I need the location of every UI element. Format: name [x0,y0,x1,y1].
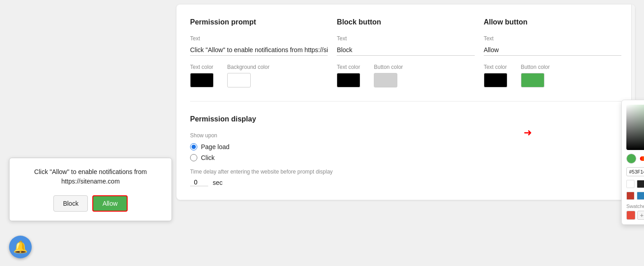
pp-bg-color-group: Background color [227,64,269,87]
radio-click-label: Click [201,154,215,161]
radio-click-input[interactable] [190,154,197,161]
picker-hex-row: HEX RGB [626,167,644,176]
pp-text-color-label: Text color [190,64,214,70]
allow-button[interactable]: Allow [92,195,127,212]
picker-swatches-grid-2 [626,192,644,200]
show-upon-label: Show upon [190,132,621,139]
color-picker-popup: HEX RGB [621,100,644,225]
permission-prompt-section: Permission prompt Text Text color Backgr… [190,18,328,87]
picker-preview-circle [626,154,636,164]
allow-button-title: Allow button [484,18,621,26]
popup-text: Click "Allow" to enable notifications fr… [19,167,162,186]
ab-text-color-group: Text color [484,64,507,87]
permission-display-title: Permission display [190,115,621,123]
picker-hue-slider[interactable] [640,156,644,161]
bell-icon: 🔔 [9,236,32,258]
ab-text-color-label: Text color [484,64,507,70]
three-column-section: Permission prompt Text Text color Backgr… [190,18,621,102]
block-button-section: Block button Text Text color Button colo… [337,18,474,87]
ab-text-color-swatch[interactable] [484,73,507,87]
radio-page-load[interactable]: Page load [190,143,621,150]
picker-swatches-grid-1 [626,180,644,188]
radio-page-load-input[interactable] [190,143,197,150]
pp-text-label: Text [190,35,328,42]
ab-button-color-label: Button color [521,64,550,70]
ab-text-label: Text [484,35,621,42]
bb-text-input[interactable] [337,44,474,56]
picker-hex-input[interactable] [626,167,644,176]
ab-text-input[interactable] [484,44,621,56]
time-delay-input[interactable] [190,179,208,186]
radio-page-load-label: Page load [201,143,229,150]
swatch-blue1[interactable] [637,192,644,200]
time-delay-row: sec [190,179,621,186]
notification-popup: Click "Allow" to enable notifications fr… [9,158,172,221]
add-swatch-button[interactable]: + [637,211,644,220]
bb-text-color-group: Text color [337,64,360,87]
bb-button-color-label: Button color [374,64,403,70]
bb-text-color-swatch[interactable] [337,73,360,87]
picker-hue-row [626,154,644,164]
swatch-black[interactable] [637,180,644,188]
picker-swatches-label: Swatches [626,203,644,209]
picker-custom-swatches: + [626,211,644,220]
permission-prompt-title: Permission prompt [190,18,328,26]
permission-display-section: Permission display Show upon Page load C… [190,115,621,186]
block-button-title: Block button [337,18,474,26]
arrow-pointer-icon: ➜ [524,127,532,139]
time-delay-label: Time delay after entering the website be… [190,169,621,175]
pp-text-color-group: Text color [190,64,214,87]
swatch-red1[interactable] [626,192,634,200]
picker-gradient-area[interactable] [626,105,644,150]
ab-button-color-swatch[interactable] [521,73,544,87]
allow-button-section: Allow button Text Text color Button colo… [484,18,621,87]
bb-text-label: Text [337,35,474,42]
time-delay-unit: sec [213,179,223,186]
popup-buttons: Block Allow [19,195,162,212]
ab-button-color-group: Button color [521,64,550,87]
radio-group: Page load Click [190,143,621,161]
bb-button-color-group: Button color [374,64,403,87]
swatch-white[interactable] [626,180,634,188]
pp-bg-color-swatch[interactable] [227,73,251,87]
pp-bg-color-label: Background color [227,64,269,70]
custom-swatch-red[interactable] [626,211,635,220]
block-button[interactable]: Block [53,195,88,212]
bb-button-color-swatch[interactable] [374,73,397,87]
main-card: Permission prompt Text Text color Backgr… [177,5,635,200]
pp-text-input[interactable] [190,44,328,56]
pp-text-color-swatch[interactable] [190,73,214,87]
bb-text-color-label: Text color [337,64,360,70]
radio-click[interactable]: Click [190,154,621,161]
